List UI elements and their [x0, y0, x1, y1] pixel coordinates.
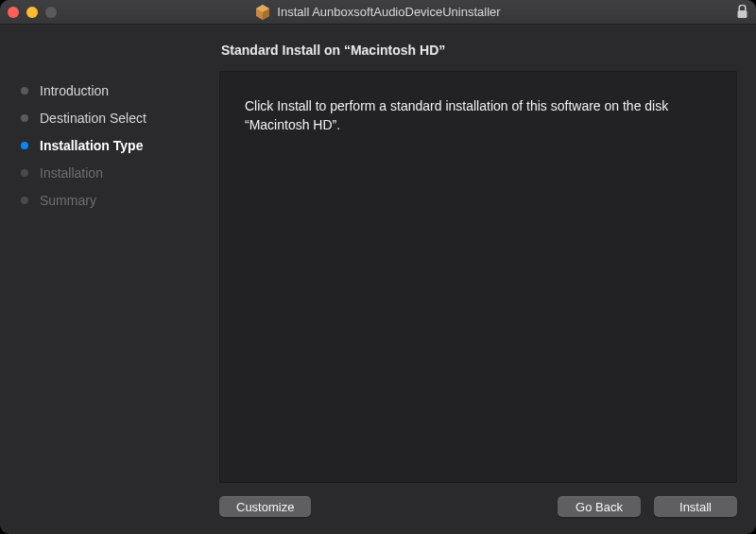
customize-button[interactable]: Customize — [219, 496, 311, 517]
window-controls — [8, 7, 57, 18]
step-label: Installation Type — [40, 138, 143, 153]
content-box: Click Install to perform a standard inst… — [219, 71, 737, 483]
bullet-icon — [21, 197, 28, 204]
step-destination-select: Destination Select — [21, 111, 210, 126]
steps-sidebar: Introduction Destination Select Installa… — [21, 42, 210, 517]
zoom-icon — [45, 7, 57, 18]
window-body: Introduction Destination Select Installa… — [0, 25, 756, 534]
svg-marker-1 — [256, 5, 269, 12]
svg-marker-0 — [256, 5, 269, 20]
step-installation: Installation — [21, 165, 210, 181]
main-heading: Standard Install on “Macintosh HD” — [221, 43, 737, 58]
svg-rect-3 — [738, 10, 747, 18]
button-row: Customize Go Back Install — [219, 496, 737, 517]
bullet-icon — [21, 169, 28, 177]
bullet-icon — [21, 142, 28, 149]
bullet-icon — [21, 114, 28, 122]
step-installation-type: Installation Type — [21, 138, 210, 153]
step-label: Installation — [40, 165, 103, 181]
lock-icon[interactable] — [736, 5, 748, 19]
spacer — [324, 496, 544, 517]
titlebar: Install AunboxsoftAudioDeviceUninstaller — [0, 0, 756, 25]
step-label: Destination Select — [40, 111, 146, 126]
svg-marker-2 — [263, 9, 269, 20]
go-back-button[interactable]: Go Back — [558, 496, 641, 517]
close-icon[interactable] — [8, 7, 19, 18]
main-panel: Standard Install on “Macintosh HD” Click… — [219, 42, 737, 517]
window-title: Install AunboxsoftAudioDeviceUninstaller — [277, 5, 500, 19]
step-summary: Summary — [21, 193, 210, 208]
installer-window: Install AunboxsoftAudioDeviceUninstaller… — [0, 0, 756, 534]
step-label: Introduction — [40, 83, 109, 98]
content-text: Click Install to perform a standard inst… — [245, 96, 712, 135]
minimize-icon[interactable] — [26, 7, 38, 18]
package-icon — [255, 5, 270, 20]
step-introduction: Introduction — [21, 83, 210, 98]
install-button[interactable]: Install — [654, 496, 737, 517]
step-label: Summary — [40, 193, 96, 208]
bullet-icon — [21, 87, 28, 95]
